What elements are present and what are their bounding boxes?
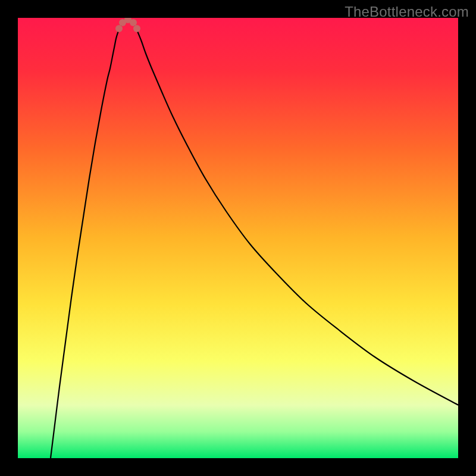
valley-marker-dot [115, 25, 123, 32]
chart-frame [18, 18, 458, 458]
valley-marker-dot [133, 25, 140, 32]
bottleneck-curve-chart [18, 18, 458, 458]
valley-marker-dot [130, 19, 137, 26]
gradient-background [18, 18, 458, 458]
